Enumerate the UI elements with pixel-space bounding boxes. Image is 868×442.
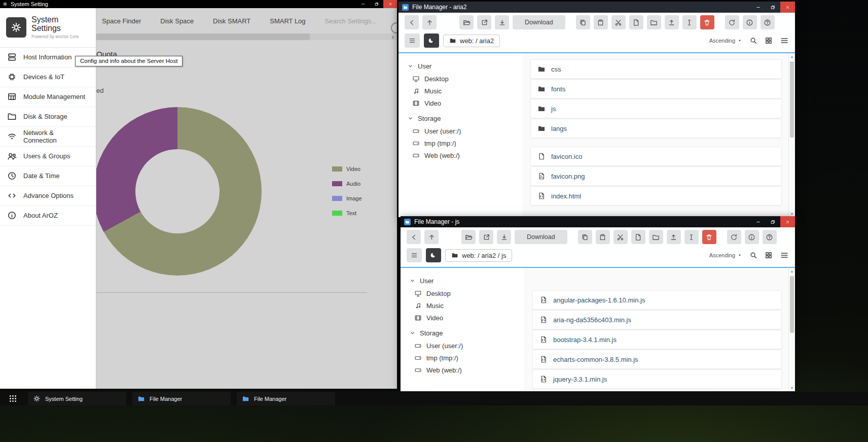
file-row[interactable]: index.html: [530, 186, 782, 206]
grid-view-button[interactable]: [765, 37, 773, 45]
back-button[interactable]: [405, 15, 419, 29]
folder-row[interactable]: langs: [530, 119, 782, 138]
close-button[interactable]: [780, 216, 795, 227]
maximize-button[interactable]: [766, 2, 780, 13]
tree-item-web-drive[interactable]: Web (web:/): [408, 149, 522, 161]
tree-item-web-drive[interactable]: Web (web:/): [410, 364, 524, 376]
taskbar-item-file-manager-1[interactable]: File Manager: [132, 392, 231, 405]
sidebar-item-devices-iot[interactable]: Devices & IoT: [0, 67, 96, 87]
download-menu-button[interactable]: Download: [515, 230, 567, 244]
up-button[interactable]: [422, 15, 437, 29]
upload-button[interactable]: [665, 15, 679, 29]
new-file-button[interactable]: [629, 15, 643, 29]
file-row[interactable]: favicon.png: [530, 166, 782, 186]
back-button[interactable]: [407, 230, 421, 244]
vertical-scrollbar[interactable]: ▲ ▼: [788, 53, 795, 217]
taskbar-item-system-setting[interactable]: System Setting: [28, 392, 126, 405]
open-folder-button[interactable]: [459, 15, 474, 29]
new-file-button[interactable]: [631, 230, 645, 244]
tree-section-user[interactable]: User: [408, 59, 522, 73]
list-view-button[interactable]: [780, 36, 789, 45]
tree-item-desktop[interactable]: Desktop: [410, 287, 524, 299]
user-circle-icon[interactable]: [391, 22, 397, 33]
close-button[interactable]: [780, 2, 795, 13]
minimize-button[interactable]: [751, 216, 766, 227]
download-icon-button[interactable]: [495, 15, 509, 29]
sort-order-dropdown[interactable]: Ascending: [709, 38, 742, 44]
sidebar-item-users-groups[interactable]: Users & Groups: [0, 147, 96, 166]
close-button[interactable]: [383, 0, 397, 8]
vertical-scrollbar[interactable]: ▲ ▼: [788, 268, 795, 391]
tree-item-desktop[interactable]: Desktop: [408, 73, 522, 85]
scroll-up-icon[interactable]: ▲: [789, 268, 795, 275]
menu-toggle-button[interactable]: [407, 248, 422, 262]
tree-item-tmp-drive[interactable]: tmp (tmp:/): [408, 137, 522, 149]
breadcrumb[interactable]: web: / aria2: [443, 35, 500, 47]
restore-button[interactable]: [370, 0, 383, 8]
download-menu-button[interactable]: Download: [513, 15, 565, 29]
tree-item-music[interactable]: Music: [410, 299, 524, 312]
folder-row[interactable]: css: [530, 59, 782, 79]
scroll-up-icon[interactable]: ▲: [789, 53, 795, 60]
tree-item-tmp-drive[interactable]: tmp (tmp:/): [410, 352, 524, 364]
open-in-new-window-button[interactable]: [477, 15, 491, 29]
copy-button[interactable]: [576, 15, 590, 29]
minimize-button[interactable]: [356, 0, 370, 8]
app-launcher-button[interactable]: [4, 392, 22, 405]
list-view-button[interactable]: [780, 251, 789, 260]
file-row[interactable]: favicon.ico: [530, 147, 782, 166]
paste-button[interactable]: [594, 15, 608, 29]
up-button[interactable]: [424, 230, 439, 244]
new-folder-button[interactable]: [647, 15, 661, 29]
folder-row[interactable]: js: [530, 99, 782, 118]
scrollbar-thumb[interactable]: [790, 61, 794, 138]
scroll-right-button[interactable]: ›: [389, 33, 397, 40]
rename-button[interactable]: [684, 230, 699, 244]
sidebar-item-network-connection[interactable]: Network & Connection: [0, 127, 96, 147]
refresh-button[interactable]: [727, 230, 741, 244]
sidebar-item-advance-options[interactable]: Advance Options: [0, 186, 96, 206]
file-row[interactable]: aria-ng-da5356c403.min.js: [532, 310, 782, 329]
tab-space-finder[interactable]: Space Finder: [102, 17, 141, 25]
open-folder-button[interactable]: [461, 230, 476, 244]
copy-button[interactable]: [578, 230, 592, 244]
search-button[interactable]: [749, 251, 757, 259]
help-button[interactable]: [761, 15, 775, 29]
file-row[interactable]: jquery-3.3.1.min.js: [532, 369, 782, 389]
minimize-button[interactable]: [751, 2, 766, 13]
search-button[interactable]: [749, 37, 757, 45]
sidebar-item-date-time[interactable]: Date & Time: [0, 166, 96, 186]
properties-button[interactable]: [745, 230, 759, 244]
file-row[interactable]: echarts-common-3.8.5.min.js: [532, 350, 782, 369]
tree-section-user[interactable]: User: [410, 274, 524, 287]
tab-disk-space[interactable]: Disk Space: [160, 17, 194, 25]
paste-button[interactable]: [596, 230, 610, 244]
download-icon-button[interactable]: [497, 230, 511, 244]
delete-button[interactable]: [700, 15, 714, 29]
tree-section-storage[interactable]: Storage: [410, 326, 524, 339]
open-in-new-window-button[interactable]: [479, 230, 493, 244]
maximize-button[interactable]: [766, 216, 780, 227]
scrollbar-thumb[interactable]: [790, 276, 794, 333]
settings-search-input[interactable]: [325, 17, 396, 25]
breadcrumb[interactable]: web: / aria2 / js: [445, 249, 512, 262]
rename-button[interactable]: [682, 15, 697, 29]
new-folder-button[interactable]: [649, 230, 663, 244]
tree-item-music[interactable]: Music: [408, 85, 522, 97]
titlebar[interactable]: File Manager - aria2: [399, 2, 795, 13]
menu-toggle-button[interactable]: [405, 33, 420, 48]
sort-order-dropdown[interactable]: Ascending: [709, 252, 742, 258]
scrollbar-thumb[interactable]: [96, 33, 310, 40]
taskbar-item-file-manager-2[interactable]: File Manager: [237, 392, 335, 405]
sidebar-item-disk-storage[interactable]: Disk & Storage: [0, 107, 96, 127]
grid-view-button[interactable]: [765, 251, 773, 259]
tree-item-user-drive[interactable]: User (user:/): [408, 125, 522, 137]
tab-disk-smart[interactable]: Disk SMART: [213, 17, 250, 25]
cut-button[interactable]: [611, 15, 626, 29]
dark-mode-toggle-button[interactable]: [424, 33, 439, 48]
cut-button[interactable]: [613, 230, 628, 244]
folder-row[interactable]: fonts: [530, 79, 782, 98]
file-row[interactable]: angular-packages-1.6.10.min.js: [532, 290, 782, 310]
sidebar-item-module-management[interactable]: Module Management: [0, 87, 96, 107]
horizontal-scrollbar[interactable]: ›: [96, 33, 397, 40]
